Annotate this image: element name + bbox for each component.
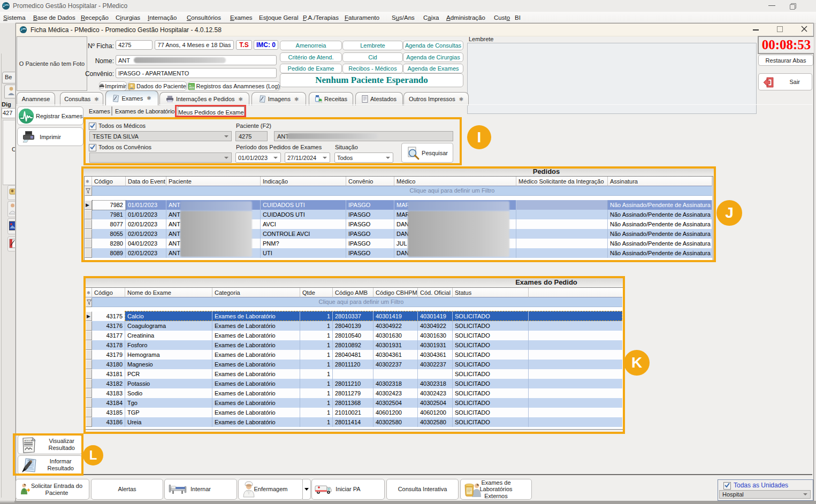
svg-text:ACT: ACT	[189, 83, 194, 86]
svg-text:ATESTADO: ATESTADO	[25, 439, 36, 442]
svg-text:LOG: LOG	[189, 87, 194, 89]
